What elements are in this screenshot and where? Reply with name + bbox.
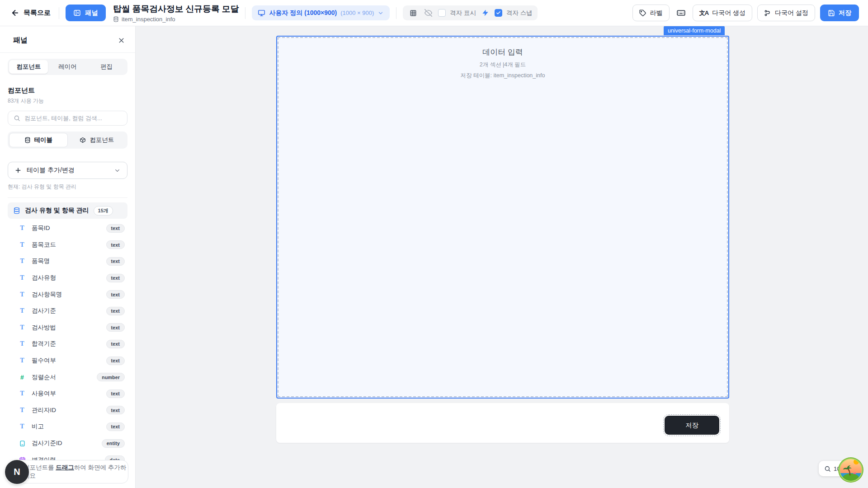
field-list: T 품목ID text T 품목코드 text T 품목명 text T 검사유… — [8, 220, 127, 474]
field-type-badge: text — [106, 406, 125, 414]
tab-layers[interactable]: 레이어 — [48, 60, 87, 74]
magnifier-icon — [824, 465, 831, 472]
field-type-icon: T — [18, 357, 26, 364]
i18n-generate-text: 다국어 생성 — [712, 9, 745, 17]
page-title: 탑씰 품목검사정보 신규등록 모달 — [113, 3, 239, 15]
field-label: 정렬순서 — [32, 373, 56, 381]
field-type-icon: T — [18, 324, 26, 331]
available-count: 83개 사용 가능 — [8, 97, 127, 105]
field-item[interactable]: T 품목ID text — [8, 220, 127, 237]
source-tab-tables[interactable]: 테이블 — [9, 133, 68, 147]
header-right: 라벨 文A 다국어 생성 다국어 설정 저장 — [632, 5, 859, 21]
lightning-icon[interactable] — [480, 8, 491, 18]
field-label: 필수여부 — [32, 357, 56, 365]
field-item[interactable]: T 합격기준 text — [8, 336, 127, 352]
field-item[interactable]: T 관리자ID text — [8, 402, 127, 419]
grid-show-checkbox[interactable] — [438, 9, 446, 17]
source-tab-components[interactable]: 컴포넌트 — [68, 133, 127, 147]
eye-off-icon[interactable] — [423, 7, 434, 19]
divider — [396, 7, 396, 19]
field-type-icon: T — [18, 225, 26, 232]
search-box — [8, 111, 127, 126]
grid-icon[interactable] — [408, 8, 419, 19]
field-type-icon: T — [18, 390, 26, 397]
field-item[interactable]: T 품목명 text — [8, 253, 127, 270]
field-label: 비고 — [32, 422, 44, 431]
field-item[interactable]: T 비고 text — [8, 418, 127, 435]
field-type-badge: text — [106, 389, 125, 398]
field-item[interactable]: T 필수여부 text — [8, 352, 127, 369]
field-label: 품목명 — [32, 257, 50, 265]
field-label: 검사기준 — [32, 307, 56, 315]
plus-icon — [14, 167, 22, 174]
sidebar-tabs: 컴포넌트 레이어 편집 — [8, 59, 127, 75]
modal-footer-preview[interactable]: 저장 — [276, 403, 729, 443]
field-type-icon: T — [18, 241, 26, 249]
field-type-badge: text — [106, 290, 125, 299]
device-size-selector[interactable]: 사용자 정의 (1000×900) (1000 × 900) — [252, 5, 390, 20]
save-button-text: 저장 — [839, 9, 851, 17]
table-group-header[interactable]: 검사 유형 및 항목 관리 15개 — [8, 202, 127, 219]
close-icon[interactable] — [117, 36, 126, 45]
field-type-icon — [18, 440, 26, 447]
save-icon — [828, 9, 835, 17]
device-label: 사용자 정의 (1000×900) — [269, 9, 337, 17]
grid-show-label: 격자 표시 — [450, 9, 476, 17]
search-input[interactable] — [24, 115, 122, 122]
save-button[interactable]: 저장 — [820, 5, 859, 21]
field-label: 품목코드 — [32, 241, 56, 249]
field-item[interactable]: T 품목코드 text — [8, 237, 127, 253]
database-icon — [13, 207, 20, 214]
i18n-generate-button[interactable]: 文A 다국어 생성 — [693, 5, 752, 21]
database-icon — [113, 16, 119, 22]
i18n-settings-button[interactable]: 다국어 설정 — [757, 5, 815, 21]
add-table-button[interactable]: 테이블 추가/변경 — [8, 162, 127, 179]
sidebar-title: 패널 — [13, 36, 28, 45]
field-type-badge: text — [106, 357, 125, 365]
field-type-badge: text — [106, 274, 125, 282]
grid-snap-label: 격자 스냅 — [506, 9, 533, 17]
field-label: 사용여부 — [32, 389, 56, 398]
panel-icon — [73, 9, 81, 17]
panel-button-label: 패널 — [85, 9, 98, 17]
tab-components[interactable]: 컴포넌트 — [9, 60, 48, 74]
modal-header: 데이터 입력 2개 섹션 |4개 필드 저장 테이블: item_inspect… — [277, 37, 728, 80]
field-label: 검사기준ID — [32, 439, 62, 447]
field-item[interactable]: T 검사유형 text — [8, 270, 127, 286]
back-to-list-button[interactable]: 목록으로 — [9, 6, 52, 20]
chevron-down-icon — [377, 10, 384, 16]
field-label: 검사항목명 — [32, 291, 62, 299]
cube-icon — [80, 137, 86, 143]
source-tab-label: 테이블 — [34, 136, 53, 144]
arrow-left-icon — [11, 9, 19, 17]
add-table-label: 테이블 추가/변경 — [27, 166, 75, 174]
field-label: 관리자ID — [32, 406, 56, 414]
translate-icon: 文A — [699, 9, 708, 17]
field-item[interactable]: 검사기준ID entity — [8, 435, 127, 452]
label-button[interactable]: 라벨 — [632, 5, 670, 21]
keyboard-shortcuts-button[interactable] — [675, 6, 688, 19]
divider — [8, 197, 127, 198]
field-label: 합격기준 — [32, 340, 56, 348]
island-extension-icon[interactable] — [838, 457, 864, 483]
tab-edit[interactable]: 편집 — [87, 60, 126, 74]
panel-toggle-button[interactable]: 패널 — [66, 5, 106, 21]
components-section-title: 컴포넌트 — [8, 86, 127, 95]
field-item[interactable]: # 정렬순서 number — [8, 369, 127, 385]
device-size-value: (1000 × 900) — [340, 9, 374, 16]
field-item[interactable]: T 검사기준 text — [8, 303, 127, 319]
field-item[interactable]: T 사용여부 text — [8, 385, 127, 402]
field-type-badge: text — [106, 340, 125, 348]
field-type-badge: text — [106, 224, 125, 233]
current-table-label: 현재: 검사 유형 및 항목 관리 — [8, 183, 127, 191]
page-subtitle: item_inspection_info — [113, 16, 239, 23]
modal-save-button[interactable]: 저장 — [665, 416, 719, 435]
field-item[interactable]: T 검사항목명 text — [8, 286, 127, 303]
form-modal-preview[interactable]: 데이터 입력 2개 섹션 |4개 필드 저장 테이블: item_inspect… — [276, 36, 729, 399]
field-type-icon: T — [18, 291, 26, 298]
field-type-badge: entity — [102, 439, 125, 448]
tag-icon — [639, 9, 646, 17]
assistant-badge[interactable]: N — [5, 460, 29, 484]
grid-snap-checkbox[interactable] — [495, 9, 502, 17]
field-item[interactable]: T 검사방법 text — [8, 319, 127, 336]
